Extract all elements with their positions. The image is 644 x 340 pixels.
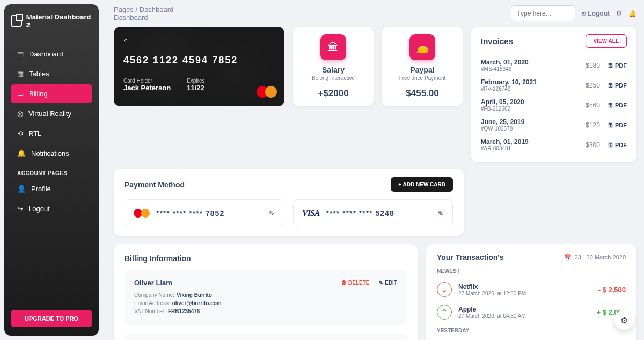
mini-icon: 🏛 bbox=[320, 34, 346, 60]
section-newest: NEWEST bbox=[437, 268, 626, 274]
invoice-date: June, 25, 2019 bbox=[481, 118, 524, 126]
invoice-date: April, 05, 2020 bbox=[481, 98, 524, 106]
nav-section-label: ACCOUNT PAGES bbox=[11, 164, 92, 179]
invoice-id: #QW-103578 bbox=[481, 126, 524, 132]
mini-card-salary: 🏛SalaryBelong Interactive+$2000 bbox=[293, 27, 374, 106]
invoice-amount: $120 bbox=[586, 121, 600, 129]
payment-card: **** **** **** 7852✎ bbox=[125, 199, 284, 227]
nav-label: RTL bbox=[28, 129, 41, 138]
sidebar-item-billing[interactable]: ▭Billing bbox=[11, 84, 92, 103]
nav-icon: ▦ bbox=[17, 70, 24, 78]
mini-title: Salary bbox=[322, 66, 345, 74]
nav-icon: ↪ bbox=[17, 205, 23, 213]
pdf-button[interactable]: 🖺 PDF bbox=[608, 142, 627, 148]
transaction-date: 27 March 2020, at 04:30 AM bbox=[458, 313, 526, 319]
invoice-row: February, 10, 2021#RV-126749$250🖺 PDF bbox=[481, 75, 627, 95]
mastercard-icon bbox=[257, 86, 277, 99]
mini-card-paypal: 👝PaypalFreelance Payment$455.00 bbox=[382, 27, 463, 106]
sidebar: Material Dashboard 2 ▤Dashboard▦Tables▭B… bbox=[4, 4, 99, 336]
sidebar-item-notifications[interactable]: 🔔Notifications bbox=[11, 144, 92, 163]
invoice-row: March, 01, 2019#AR-803481$300🖺 PDF bbox=[481, 135, 627, 155]
breadcrumb-page: Dashboard bbox=[140, 5, 174, 13]
view-all-button[interactable]: VIEW ALL bbox=[586, 34, 627, 48]
nav-label: Tables bbox=[29, 70, 49, 78]
invoice-amount: $560 bbox=[586, 102, 600, 109]
nav-label: Dashboard bbox=[29, 50, 63, 58]
transaction-row: ⌄Netflix27 March 2020, at 12:30 PM- $ 2,… bbox=[437, 278, 626, 301]
wifi-icon: ᯤ bbox=[123, 37, 275, 45]
sidebar-item-logout[interactable]: ↪Logout bbox=[11, 199, 92, 218]
edit-button[interactable]: ✎ EDIT bbox=[379, 279, 397, 287]
mastercard-icon bbox=[134, 208, 150, 218]
invoice-amount: $180 bbox=[586, 62, 600, 69]
breadcrumb: Pages / Dashboard bbox=[114, 5, 173, 13]
invoices-card: Invoices VIEW ALL March, 01, 2020#MS-415… bbox=[471, 27, 636, 162]
search-input[interactable] bbox=[511, 5, 575, 21]
card-number: 4562 1122 4594 7852 bbox=[123, 55, 275, 66]
edit-icon[interactable]: ✎ bbox=[437, 209, 444, 218]
pdf-button[interactable]: 🖺 PDF bbox=[608, 82, 627, 89]
settings-icon[interactable]: ⚙ bbox=[616, 10, 622, 17]
nav-label: Logout bbox=[28, 205, 50, 213]
sidebar-item-dashboard[interactable]: ▤Dashboard bbox=[11, 45, 92, 63]
billing-info-title: Billing Information bbox=[125, 254, 407, 263]
nav-icon: 🔔 bbox=[17, 149, 26, 157]
pdf-button[interactable]: 🖺 PDF bbox=[608, 102, 627, 108]
mini-icon: 👝 bbox=[409, 34, 435, 60]
sidebar-item-rtl[interactable]: ⟲RTL bbox=[11, 124, 92, 143]
transactions-range: 📅 23 - 30 March 2020 bbox=[564, 254, 626, 261]
payment-card: VISA**** **** **** 5248✎ bbox=[293, 199, 453, 227]
bell-icon[interactable]: 🔔 bbox=[628, 10, 636, 17]
pdf-button[interactable]: 🖺 PDF bbox=[608, 62, 627, 69]
nav-label: Notifications bbox=[31, 149, 69, 157]
settings-fab[interactable]: ⚙ bbox=[614, 310, 634, 330]
transaction-row: ⌃Stripe26 March 2020, at 13:45 PM+ $ 750 bbox=[437, 338, 626, 340]
sidebar-item-virtual-reality[interactable]: ◎Virtual Reality bbox=[11, 104, 92, 123]
edit-icon[interactable]: ✎ bbox=[269, 209, 275, 218]
invoice-row: June, 25, 2019#QW-103578$120🖺 PDF bbox=[481, 115, 627, 135]
billing-name: Oliver Liam bbox=[134, 279, 172, 287]
nav-icon: 👤 bbox=[17, 185, 26, 193]
credit-card: ᯤ 4562 1122 4594 7852 Card HolderJack Pe… bbox=[114, 27, 284, 106]
breadcrumb-root[interactable]: Pages bbox=[114, 5, 134, 13]
mini-sub: Belong Interactive bbox=[312, 75, 355, 81]
logout-link[interactable]: ⎋ Logout bbox=[582, 10, 610, 17]
add-card-button[interactable]: + ADD NEW CARD bbox=[391, 177, 453, 192]
upgrade-button[interactable]: UPGRADE TO PRO bbox=[11, 310, 92, 327]
pdf-button[interactable]: 🖺 PDF bbox=[608, 122, 627, 128]
payment-method-title: Payment Method bbox=[125, 180, 185, 189]
invoice-row: March, 01, 2020#MS-415646$180🖺 PDF bbox=[481, 55, 627, 75]
invoice-amount: $300 bbox=[586, 141, 600, 149]
topbar: Pages / Dashboard Dashboard ⎋ Logout ⚙ 🔔 bbox=[114, 5, 636, 21]
nav-icon: ▭ bbox=[17, 90, 24, 98]
brand: Material Dashboard 2 bbox=[11, 13, 92, 38]
invoice-date: February, 10, 2021 bbox=[481, 78, 537, 86]
transactions-title: Your Transaction's bbox=[437, 253, 503, 262]
nav-icon: ◎ bbox=[17, 110, 23, 118]
delete-button[interactable]: 🗑 DELETE bbox=[341, 279, 369, 287]
sidebar-item-profile[interactable]: 👤Profile bbox=[11, 179, 92, 198]
transactions-card: Your Transaction's 📅 23 - 30 March 2020 … bbox=[426, 244, 636, 340]
sidebar-item-tables[interactable]: ▦Tables bbox=[11, 64, 92, 83]
page-title: Dashboard bbox=[114, 13, 173, 21]
visa-icon: VISA bbox=[302, 208, 319, 218]
nav-icon: ⟲ bbox=[17, 129, 23, 138]
payment-method-card: Payment Method + ADD NEW CARD **** **** … bbox=[114, 169, 464, 236]
billing-company: Viking Burrito bbox=[177, 292, 212, 298]
billing-info-card: Billing Information Oliver Liam🗑 DELETE✎… bbox=[114, 244, 418, 340]
billing-item: Oliver Liam🗑 DELETE✎ EDITCompany Name:Vi… bbox=[125, 270, 407, 325]
card-expiry: 11/22 bbox=[187, 84, 204, 92]
billing-item: Lucas Harper🗑 DELETE✎ EDITCompany Name:S… bbox=[125, 334, 407, 340]
nav-label: Profile bbox=[31, 185, 51, 193]
transaction-row: ⌃Apple27 March 2020, at 04:30 AM+ $ 2,00… bbox=[437, 301, 626, 323]
transaction-amount: - $ 2,500 bbox=[598, 286, 626, 294]
card-masked-number: **** **** **** 7852 bbox=[156, 209, 224, 218]
transaction-name: Apple bbox=[458, 306, 526, 313]
invoice-id: #RV-126749 bbox=[481, 86, 537, 92]
invoice-id: #MS-415646 bbox=[481, 66, 529, 72]
invoices-title: Invoices bbox=[481, 37, 513, 46]
mini-amount: $455.00 bbox=[406, 88, 438, 99]
billing-email: oliver@burrito.com bbox=[172, 300, 222, 306]
section-yesterday: YESTERDAY bbox=[437, 328, 626, 334]
invoice-date: March, 01, 2020 bbox=[481, 59, 529, 66]
